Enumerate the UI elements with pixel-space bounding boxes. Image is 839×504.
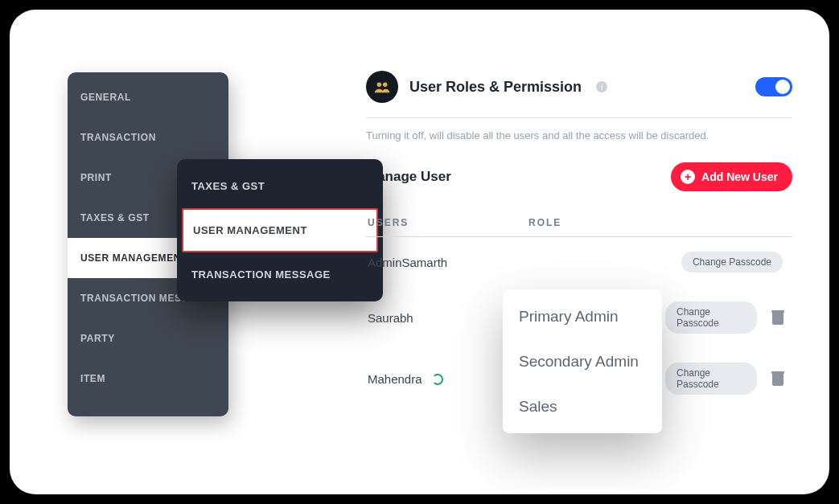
add-new-user-button[interactable]: + Add New User <box>671 162 792 191</box>
role-option-secondary-admin[interactable]: Secondary Admin <box>503 339 662 384</box>
sidebar-item-item[interactable]: ITEM <box>68 359 228 399</box>
enable-toggle[interactable] <box>755 77 792 96</box>
table-row: AdminSamarth Change Passcode <box>366 237 792 287</box>
sidebar-item-transaction[interactable]: TRANSACTION <box>68 117 228 158</box>
flyout-item-taxes-gst[interactable]: TAXES & GST <box>177 164 383 208</box>
sidebar-item-general[interactable]: GENERAL <box>68 77 228 117</box>
svg-point-0 <box>377 83 382 88</box>
role-option-primary-admin[interactable]: Primary Admin <box>503 294 662 339</box>
sidebar-item-party[interactable]: PARTY <box>68 318 228 359</box>
change-passcode-button[interactable]: Change Passcode <box>665 301 757 334</box>
panel-title: User Roles & Permission <box>409 79 582 96</box>
delete-icon[interactable] <box>771 310 783 325</box>
user-name: AdminSamarth <box>368 256 528 269</box>
delete-icon[interactable] <box>771 371 783 386</box>
role-dropdown-menu: Primary Admin Secondary Admin Sales <box>503 289 662 433</box>
change-passcode-button[interactable]: Change Passcode <box>681 252 783 272</box>
col-header-role: ROLE <box>528 217 665 228</box>
add-new-user-label: Add New User <box>701 170 778 183</box>
users-group-icon <box>366 71 398 103</box>
sidebar-flyout-menu: TAXES & GST USER MANAGEMENT TRANSACTION … <box>177 159 383 301</box>
divider <box>366 117 792 118</box>
panel-subtext: Turning it off, will disable all the use… <box>366 129 792 141</box>
col-header-users: USERS <box>368 217 528 228</box>
info-icon[interactable]: i <box>596 81 607 92</box>
sync-icon[interactable] <box>432 374 443 385</box>
change-passcode-button[interactable]: Change Passcode <box>665 363 757 395</box>
role-option-sales[interactable]: Sales <box>503 384 662 429</box>
manage-user-title: Manage User <box>366 169 451 185</box>
svg-point-1 <box>383 83 388 88</box>
flyout-item-user-management[interactable]: USER MANAGEMENT <box>182 208 378 252</box>
flyout-item-transaction-message[interactable]: TRANSACTION MESSAGE <box>177 252 383 297</box>
plus-icon: + <box>681 170 695 184</box>
